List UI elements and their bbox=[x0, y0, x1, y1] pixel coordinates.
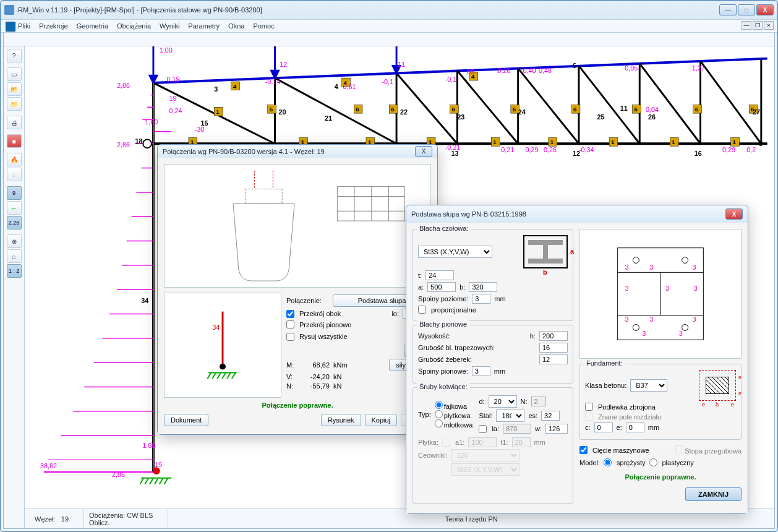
svg-line-18 bbox=[701, 61, 761, 144]
svg-line-46 bbox=[145, 478, 148, 484]
spoiny-pion-input[interactable] bbox=[472, 366, 490, 376]
teoria-label: Teoria I rzędu PN bbox=[445, 515, 498, 523]
t1-input bbox=[512, 437, 531, 447]
value-9[interactable]: 9 bbox=[7, 186, 22, 200]
dlg1-close-icon[interactable]: X bbox=[415, 146, 432, 157]
btn-dokument[interactable]: Dokument bbox=[164, 414, 208, 426]
svg-text:18: 18 bbox=[135, 137, 142, 145]
mdi-minimize[interactable]: — bbox=[742, 21, 751, 30]
svg-text:3: 3 bbox=[214, 85, 218, 93]
menu-geometria[interactable]: Geometria bbox=[77, 22, 108, 30]
mdi-restore[interactable]: ❐ bbox=[753, 21, 763, 30]
home-icon[interactable]: ⌂ bbox=[7, 249, 22, 263]
stal-select[interactable]: 18G2 bbox=[496, 410, 524, 422]
menu-okna[interactable]: Okna bbox=[228, 22, 244, 30]
svg-text:22: 22 bbox=[400, 108, 408, 116]
open-icon[interactable]: 📂 bbox=[7, 82, 22, 96]
b-input[interactable] bbox=[469, 282, 497, 292]
mdi-close[interactable]: × bbox=[764, 21, 774, 30]
c-input[interactable] bbox=[594, 423, 613, 432]
svg-text:3: 3 bbox=[665, 285, 669, 292]
chk-przekroj-obok[interactable] bbox=[286, 310, 294, 318]
svg-text:1: 1 bbox=[733, 139, 737, 145]
svg-text:0,24: 0,24 bbox=[169, 107, 182, 114]
open2-icon[interactable]: 📁 bbox=[7, 97, 22, 111]
klasa-select[interactable]: B37 bbox=[630, 379, 667, 392]
i-section-diagram: a b bbox=[523, 235, 568, 268]
minimize-button[interactable]: — bbox=[719, 4, 737, 15]
btn-zamknij[interactable]: ZAMKNIJ bbox=[685, 487, 742, 501]
down-icon[interactable]: ↓ bbox=[7, 168, 22, 181]
value-225[interactable]: 2.25 bbox=[7, 216, 22, 230]
svg-text:3: 3 bbox=[649, 315, 653, 323]
radio-fajkowa[interactable] bbox=[435, 401, 443, 409]
svg-text:26: 26 bbox=[648, 113, 656, 121]
btn-rysunek[interactable]: Rysunek bbox=[321, 414, 361, 426]
new-icon[interactable]: ▭ bbox=[7, 67, 22, 81]
close-button[interactable]: X bbox=[756, 4, 774, 15]
svg-text:12: 12 bbox=[573, 150, 580, 157]
svg-line-0 bbox=[153, 59, 767, 83]
radio-mlotkowa[interactable] bbox=[435, 419, 443, 427]
svg-line-171 bbox=[227, 372, 231, 379]
svg-line-172 bbox=[232, 372, 236, 379]
help-icon[interactable]: ? bbox=[7, 49, 22, 62]
h-input[interactable] bbox=[539, 331, 568, 341]
radio-plytkowa[interactable] bbox=[435, 410, 443, 418]
menu-parametry[interactable]: Parametry bbox=[188, 22, 220, 30]
menu-pomoc[interactable]: Pomoc bbox=[253, 22, 274, 30]
chk-rysuj-wszystkie[interactable] bbox=[286, 333, 294, 341]
maximize-button[interactable]: □ bbox=[738, 4, 755, 15]
chk-przekroj-pionowo[interactable] bbox=[286, 320, 294, 328]
svg-point-178 bbox=[682, 257, 688, 264]
fire-icon[interactable]: 🔥 bbox=[7, 153, 22, 166]
menu-obciazenia[interactable]: Obciążenia bbox=[117, 22, 151, 30]
scale-12[interactable]: 1 : 2 bbox=[7, 264, 22, 278]
d-select[interactable]: 20 bbox=[489, 395, 517, 408]
steel-select[interactable]: St3S (X,Y,V,W) bbox=[418, 246, 492, 258]
print-icon[interactable]: 🖨 bbox=[7, 116, 22, 129]
btn-kopiuj[interactable]: Kopiuj bbox=[365, 414, 398, 426]
compass-icon[interactable]: ⊕ bbox=[7, 234, 22, 248]
svg-point-177 bbox=[633, 257, 639, 264]
svg-line-17 bbox=[639, 64, 700, 144]
svg-text:6: 6 bbox=[634, 106, 638, 113]
es-input[interactable] bbox=[541, 411, 560, 421]
svg-text:6: 6 bbox=[356, 106, 359, 113]
e-input[interactable] bbox=[626, 423, 644, 432]
gr-zeb-input[interactable] bbox=[539, 354, 568, 364]
chk-ciecie[interactable] bbox=[579, 446, 588, 454]
dlg2-close-icon[interactable]: X bbox=[725, 208, 743, 220]
la-input bbox=[503, 424, 531, 434]
svg-text:1: 1 bbox=[550, 139, 554, 145]
top-toolbar-strip bbox=[4, 33, 774, 46]
dlg2-ok-label: Połączenie poprawne. bbox=[579, 473, 742, 481]
menu-przekroje[interactable]: Przekroje bbox=[39, 22, 67, 30]
svg-text:27: 27 bbox=[753, 108, 760, 116]
spoiny-poz-input[interactable] bbox=[472, 294, 490, 304]
svg-text:12: 12 bbox=[280, 61, 287, 68]
menubar: Pliki Przekroje Geometria Obciążenia Wyn… bbox=[1, 19, 777, 33]
menu-wyniki[interactable]: Wyniki bbox=[160, 22, 179, 30]
svg-point-165 bbox=[220, 364, 226, 370]
a-input[interactable] bbox=[427, 282, 456, 292]
chk-la[interactable] bbox=[479, 425, 487, 433]
w-input[interactable] bbox=[545, 424, 568, 434]
chk-podlewka[interactable] bbox=[585, 403, 593, 411]
radio-plastyczny[interactable] bbox=[649, 458, 657, 466]
svg-rect-155 bbox=[246, 189, 282, 204]
svg-line-170 bbox=[222, 372, 226, 379]
t-input[interactable] bbox=[425, 270, 454, 280]
mdi-app-icon[interactable] bbox=[6, 22, 15, 32]
svg-line-16 bbox=[579, 66, 639, 144]
gr-trap-input[interactable] bbox=[539, 343, 568, 353]
svg-text:0,2: 0,2 bbox=[746, 146, 756, 153]
left-right-icon[interactable]: ↔ bbox=[7, 201, 22, 215]
chk-stopa bbox=[675, 445, 683, 453]
radio-sprezysty[interactable] bbox=[604, 458, 612, 466]
save-icon[interactable]: ■ bbox=[7, 134, 22, 148]
svg-text:1,60: 1,60 bbox=[142, 442, 155, 449]
menu-pliki[interactable]: Pliki bbox=[18, 22, 30, 30]
svg-text:6: 6 bbox=[452, 106, 456, 113]
chk-proporcjonalne[interactable] bbox=[418, 306, 426, 314]
